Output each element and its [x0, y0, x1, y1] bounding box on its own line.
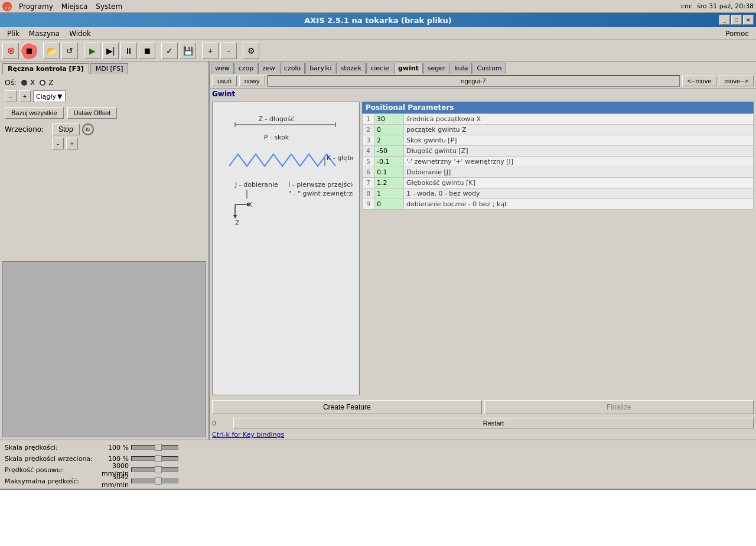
stop-run-button[interactable]: ⏹	[139, 43, 155, 59]
tab-zew[interactable]: zew	[258, 63, 279, 74]
system-bar-right: cnc śro 31 paź, 20:38	[681, 2, 754, 10]
axis-x-radio[interactable]: X	[21, 79, 35, 87]
diagram-area: Z - długość P - skok K - głębokość J - d…	[212, 102, 360, 395]
param-num: 8	[363, 188, 374, 199]
tab-stozek[interactable]: stozek	[336, 63, 366, 74]
tab-gwint[interactable]: gwint	[394, 63, 423, 74]
param-desc: Skok gwintu [P]	[404, 135, 754, 146]
set-offset-button[interactable]: Ustaw Offset	[67, 107, 118, 119]
param-value[interactable]: -0.1	[374, 157, 404, 167]
menu-pomoc[interactable]: Pomoc	[721, 28, 754, 39]
table-row: 8 1 1 - woda, 0 - bez wody	[363, 188, 754, 199]
cnc-label: cnc	[681, 2, 692, 10]
param-value[interactable]: 0.1	[374, 167, 404, 178]
verify-button[interactable]: ✓	[161, 43, 178, 59]
tab-kula[interactable]: kula	[451, 63, 472, 74]
param-desc: Długość gwintu [Z]	[404, 146, 754, 157]
axis-z-radio[interactable]: Z	[40, 79, 53, 87]
finalize-button[interactable]: Finalize	[484, 400, 754, 414]
create-feature-button[interactable]: Create Feature	[212, 400, 482, 414]
param-value[interactable]: -50	[374, 146, 404, 157]
toolbar: ⊗ ⏹ 📂 ↺ ▶ ▶| ⏸ ⏹ ✓ 💾 + - ⚙	[0, 40, 756, 61]
tab-ciecie[interactable]: ciecie	[366, 63, 393, 74]
slider-spindle-track[interactable]	[131, 456, 178, 461]
svg-text:" - " gwint zewnętrzny: " - " gwint zewnętrzny	[288, 190, 353, 197]
run-button[interactable]: ▶	[84, 43, 100, 59]
slider-feed-track[interactable]	[131, 467, 178, 472]
slider-speed-label: Skala prędkości:	[5, 444, 99, 451]
jog-controls: - + Ciągły ▼	[5, 90, 204, 102]
menu-system[interactable]: System	[92, 2, 126, 11]
slider-speed-thumb[interactable]	[155, 444, 162, 451]
keybind-hint[interactable]: Ctrl-k for Key bindings	[210, 430, 756, 440]
estop-button[interactable]: ⊗	[2, 43, 19, 59]
param-value[interactable]: 2	[374, 135, 404, 146]
slider-maxspeed-thumb[interactable]	[155, 477, 162, 485]
param-desc: Głębokość gwintu [K]	[404, 178, 754, 188]
spindle-minus-button[interactable]: -	[52, 138, 64, 150]
app-title: AXIS 2.5.1 na tokarka (brak pliku)	[304, 16, 451, 25]
spindle-plus-button[interactable]: +	[66, 138, 78, 150]
param-value[interactable]: 0	[374, 125, 404, 135]
tab-mdi[interactable]: MDI [F5]	[90, 63, 129, 74]
menu-maszyna[interactable]: Maszyna	[24, 28, 64, 39]
restart-button[interactable]: Restart	[233, 418, 754, 428]
feature-name-input[interactable]	[268, 75, 680, 87]
delete-feature-button[interactable]: usuń	[212, 76, 237, 86]
home-all-button[interactable]: Bazuj wszystkie	[5, 107, 64, 119]
svg-text:Z - długość: Z - długość	[258, 115, 294, 123]
pause-run-button[interactable]: ⏸	[120, 43, 137, 59]
save-button[interactable]: 💾	[180, 43, 196, 59]
slider-spindle-thumb[interactable]	[155, 455, 162, 462]
slider-speed-track[interactable]	[131, 445, 178, 450]
move-right-button[interactable]: move-->	[719, 76, 754, 86]
continuous-dropdown[interactable]: Ciągły ▼	[33, 90, 66, 102]
slider-speed-row: Skala prędkości: 100 %	[5, 442, 751, 453]
new-feature-button[interactable]: nowy	[239, 76, 265, 86]
tab-czop[interactable]: czop	[234, 63, 258, 74]
step-button[interactable]: ▶|	[102, 43, 119, 59]
tab-wew[interactable]: wew	[211, 63, 234, 74]
minimize-button[interactable]: _	[719, 15, 730, 25]
slider-feed-thumb[interactable]	[155, 466, 162, 473]
main-area: Ręczna kontrola [F3] MDI [F5] Oś: X Z	[0, 61, 756, 440]
tab-custom[interactable]: Custom	[472, 63, 506, 74]
close-button[interactable]: ✕	[743, 15, 754, 25]
stop-button[interactable]: Stop	[52, 124, 80, 135]
jog-minus-button[interactable]: -	[5, 90, 17, 102]
spindle-icon: ↻	[82, 124, 94, 135]
param-value[interactable]: 1	[374, 188, 404, 199]
axis-row: Oś: X Z	[5, 79, 204, 87]
slider-maxspeed-track[interactable]	[131, 479, 178, 483]
maximize-button[interactable]: □	[731, 15, 742, 25]
code-area[interactable]	[0, 489, 756, 546]
table-row: 5 -0.1 '-' zewnetrzny '+' wewnętrzny [I]	[363, 157, 754, 167]
pause-button[interactable]: ⏹	[21, 43, 37, 59]
system-menu[interactable]: Programy Miejsca System	[15, 2, 126, 11]
tab-barylki[interactable]: barylki	[305, 63, 335, 74]
menu-plik[interactable]: Plik	[2, 28, 24, 39]
menu-miejsca[interactable]: Miejsca	[58, 2, 92, 11]
param-value[interactable]: 0	[374, 199, 404, 210]
tab-seger[interactable]: seger	[423, 63, 450, 74]
open-button[interactable]: 📂	[43, 43, 60, 59]
tab-czolo[interactable]: czolo	[280, 63, 305, 74]
settings-button[interactable]: ⚙	[243, 43, 259, 59]
menu-widok[interactable]: Widok	[64, 28, 96, 39]
dropdown-arrow-icon: ▼	[57, 93, 62, 100]
svg-text:K - głębokość: K - głębokość	[327, 154, 353, 162]
slider-maxspeed-value: 3042 mm/min	[99, 473, 129, 489]
jog-plus-button[interactable]: +	[19, 90, 31, 102]
param-value[interactable]: 1.2	[374, 178, 404, 188]
add-button[interactable]: +	[202, 43, 219, 59]
window-controls[interactable]: _ □ ✕	[719, 15, 754, 25]
move-left-button[interactable]: <--move	[682, 76, 717, 86]
system-bar: 🦊 Programy Miejsca System cnc śro 31 paź…	[0, 0, 756, 13]
param-desc: Dobieranie [J]	[404, 167, 754, 178]
reload-button[interactable]: ↺	[61, 43, 78, 59]
slider-maxspeed-row: Maksymalna prędkość: 3042 mm/min	[5, 476, 751, 486]
menu-programy[interactable]: Programy	[15, 2, 57, 11]
param-value[interactable]: 30	[374, 114, 404, 125]
remove-button[interactable]: -	[220, 43, 237, 59]
tab-manual-control[interactable]: Ręczna kontrola [F3]	[2, 63, 89, 74]
